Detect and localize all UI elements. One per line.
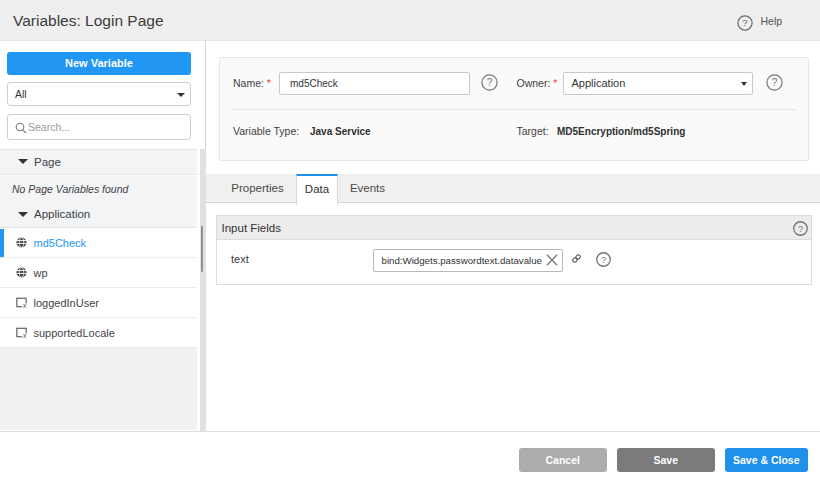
svg-text:?: ?: [601, 255, 606, 265]
svg-text:?: ?: [772, 77, 778, 88]
svg-text:?: ?: [487, 77, 493, 88]
svg-text:?: ?: [797, 224, 802, 234]
svg-text:?: ?: [742, 17, 747, 28]
